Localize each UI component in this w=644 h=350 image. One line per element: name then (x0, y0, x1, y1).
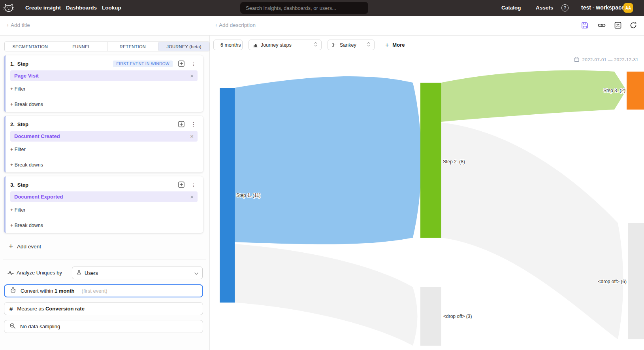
event-chip-label: Page Visit (14, 73, 39, 79)
date-range-text: 2022-07-01 — 2022-12-31 (582, 57, 638, 62)
node-label-step3: Step 3. (2) (603, 88, 625, 93)
step-menu-icon[interactable]: ⋮ (191, 61, 196, 67)
remove-event-icon[interactable]: × (190, 194, 194, 200)
tab-journey[interactable]: JOURNEY (beta) (158, 42, 209, 51)
analyze-by-value: Users (85, 270, 98, 276)
chart-breakdown-select[interactable]: Journey steps (249, 40, 322, 50)
node-label-dropoff-after-step2: <drop off> (6) (598, 279, 627, 284)
flow-step2-step3[interactable] (441, 70, 626, 122)
refresh-icon[interactable] (629, 21, 637, 29)
node-step2[interactable] (420, 83, 441, 238)
sampling-label: No data sampling (20, 324, 60, 329)
panel-divider (3, 259, 206, 259)
node-step3[interactable] (627, 72, 644, 110)
nav-create-insight[interactable]: Create insight (25, 5, 61, 11)
stopwatch-icon (10, 287, 16, 295)
data-sampling-row[interactable]: No data sampling (4, 320, 203, 333)
convert-prefix: Convert within (21, 288, 53, 294)
remove-event-icon[interactable]: × (190, 133, 194, 139)
nav-catalog[interactable]: Catalog (501, 5, 521, 11)
event-chip[interactable]: Document Created × (10, 131, 198, 142)
tab-funnel[interactable]: FUNNEL (56, 42, 107, 51)
app-logo-cat-icon[interactable] (3, 3, 14, 13)
sankey-fork-icon (332, 42, 337, 47)
add-breakdown-button[interactable]: + Break downs (10, 162, 43, 168)
activity-icon (8, 270, 14, 278)
convert-hint: (first event) (82, 288, 107, 294)
event-chip-label: Document Created (14, 133, 60, 139)
remove-event-icon[interactable]: × (190, 73, 194, 79)
insight-title-bar: + Add title + Add description (0, 16, 644, 36)
step-card-3: 3. Step ⋮ Document Exported × + Filter +… (4, 176, 203, 233)
event-chip[interactable]: Document Exported × (10, 191, 198, 202)
nav-assets[interactable]: Assets (536, 5, 553, 11)
convert-within-row[interactable]: Convert within 1 month (first event) (4, 284, 203, 297)
add-filter-button[interactable]: + Filter (10, 147, 26, 152)
step-title: Step (17, 61, 28, 67)
add-event-button[interactable]: + Add event (9, 241, 41, 252)
top-nav: Create insight Dashboards Lookup Catalog… (0, 0, 644, 16)
select-arrows-icon (367, 42, 370, 48)
step-card-2: 2. Step ⋮ Document Created × + Filter + … (4, 116, 203, 172)
step-number: 1. (10, 61, 15, 67)
measure-prefix: Measure as (17, 306, 44, 312)
add-description-button[interactable]: + Add description (215, 22, 256, 28)
search-input[interactable] (240, 5, 368, 11)
node-label-step2: Step 2. (8) (443, 159, 465, 165)
add-event-to-step-icon[interactable] (178, 121, 185, 127)
more-options-button[interactable]: + More (385, 40, 405, 50)
event-chip-label: Document Exported (14, 194, 63, 200)
copy-link-icon[interactable] (598, 21, 606, 29)
nav-lookup[interactable]: Lookup (102, 5, 121, 11)
journey-config-panel: SEGMENTATION FUNNEL RETENTION JOURNEY (b… (0, 36, 210, 350)
flow-step1-dropoff[interactable] (235, 244, 418, 346)
step-number: 2. (10, 121, 15, 127)
add-event-to-step-icon[interactable] (178, 182, 185, 188)
analyze-by-select[interactable]: Users (72, 267, 203, 279)
workspace-name[interactable]: test - workspace (581, 4, 625, 11)
bar-chart-icon (253, 42, 258, 47)
nav-dashboards[interactable]: Dashboards (66, 5, 97, 11)
step-card-1: 1. Step FIRST EVENT IN WINDOW ⋮ Page Vis… (4, 55, 203, 112)
add-event-to-step-icon[interactable] (178, 61, 185, 67)
node-step1[interactable] (220, 88, 235, 303)
chart-type-select[interactable]: Sankey (328, 40, 375, 50)
add-title-button[interactable]: + Add title (6, 22, 30, 28)
node-label-dropoff-after-step1: <drop off> (3) (443, 314, 472, 319)
measure-as-row[interactable]: # Measure as Conversion rate (4, 302, 203, 315)
add-filter-button[interactable]: + Filter (10, 86, 26, 92)
first-event-badge: FIRST EVENT IN WINDOW (113, 61, 173, 67)
help-icon[interactable]: ? (561, 4, 569, 11)
node-dropoff-after-step2[interactable] (628, 223, 644, 339)
sankey-chart: Step 1. (11) Step 2. (8) Step 3. (2) <dr… (210, 63, 644, 350)
plus-icon: + (385, 42, 389, 49)
clear-insight-icon[interactable] (614, 21, 622, 29)
add-breakdown-button[interactable]: + Break downs (10, 102, 43, 107)
date-period-button[interactable]: 6 months (213, 40, 243, 50)
global-search (240, 2, 368, 14)
node-label-step1: Step 1. (11) (236, 193, 261, 198)
sampling-magnifier-icon (9, 323, 16, 331)
convert-value: 1 month (55, 288, 75, 294)
step-number: 3. (10, 182, 15, 188)
save-button[interactable] (581, 21, 589, 29)
chevron-down-icon (194, 269, 198, 276)
node-dropoff-after-step1[interactable] (420, 287, 441, 346)
add-filter-button[interactable]: + Filter (10, 207, 26, 213)
event-chip[interactable]: Page Visit × (10, 70, 198, 81)
measure-value: Conversion rate (45, 306, 85, 312)
calendar-icon (574, 57, 579, 62)
step-title: Step (17, 182, 28, 188)
avatar[interactable]: AA (623, 3, 633, 13)
chart-pane: 6 months Journey steps Sankey + More 202… (210, 36, 644, 350)
flow-step1-step2[interactable] (235, 76, 422, 244)
user-icon (76, 269, 82, 276)
step-menu-icon[interactable]: ⋮ (191, 121, 196, 127)
step-menu-icon[interactable]: ⋮ (191, 182, 196, 188)
tab-segmentation[interactable]: SEGMENTATION (5, 42, 56, 51)
tab-retention[interactable]: RETENTION (107, 42, 159, 51)
add-breakdown-button[interactable]: + Break downs (10, 223, 43, 228)
plus-icon: + (9, 242, 13, 251)
flow-step2-dropoff[interactable] (441, 123, 623, 339)
hash-icon: # (9, 305, 13, 312)
